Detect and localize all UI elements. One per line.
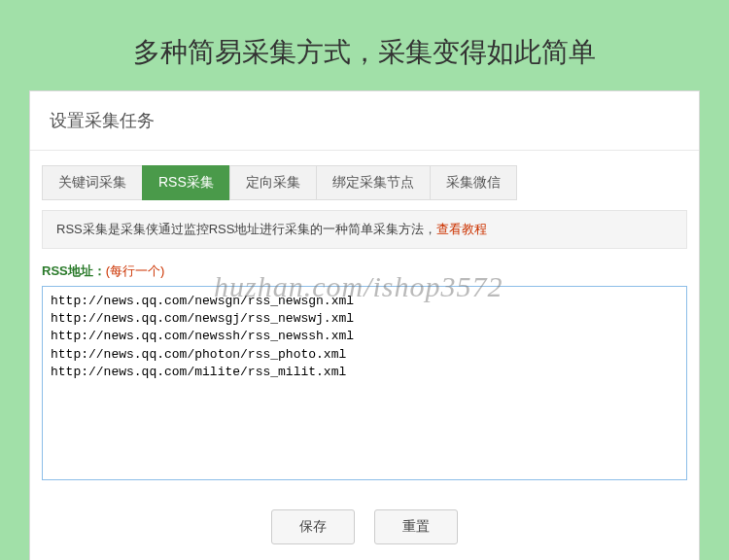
info-text: RSS采集是采集侠通过监控RSS地址进行采集的一种简单采集方法， [56, 222, 436, 236]
settings-panel: 设置采集任务 关键词采集 RSS采集 定向采集 绑定采集节点 采集微信 RSS采… [29, 90, 700, 560]
view-tutorial-link[interactable]: 查看教程 [436, 222, 487, 236]
rss-url-label: RSS地址：(每行一个) [42, 262, 687, 280]
page-title: 多种简易采集方式，采集变得如此简单 [0, 0, 729, 90]
tab-keyword-collect[interactable]: 关键词采集 [42, 165, 143, 200]
tab-bind-node[interactable]: 绑定采集节点 [316, 165, 431, 200]
panel-header: 设置采集任务 [30, 91, 699, 151]
save-button[interactable]: 保存 [271, 509, 355, 544]
reset-button[interactable]: 重置 [374, 509, 458, 544]
tab-rss-collect[interactable]: RSS采集 [142, 165, 230, 200]
button-row: 保存 重置 [30, 492, 699, 560]
tab-directed-collect[interactable]: 定向采集 [229, 165, 317, 200]
rss-url-textarea[interactable] [42, 286, 687, 480]
tabs-container: 关键词采集 RSS采集 定向采集 绑定采集节点 采集微信 [30, 151, 699, 200]
label-hint: (每行一个) [106, 263, 165, 278]
info-bar: RSS采集是采集侠通过监控RSS地址进行采集的一种简单采集方法，查看教程 [42, 210, 687, 249]
form-area: RSS地址：(每行一个) [30, 249, 699, 492]
label-text: RSS地址： [42, 263, 106, 278]
tab-wechat-collect[interactable]: 采集微信 [430, 165, 517, 200]
